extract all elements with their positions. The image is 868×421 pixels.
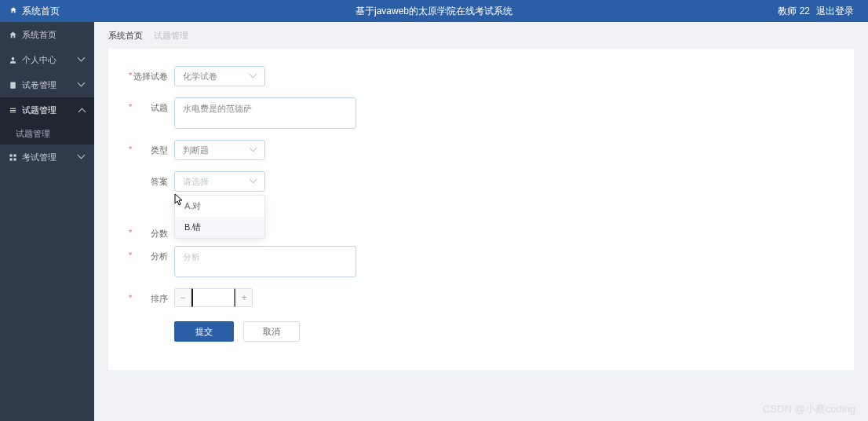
select-value: 判断题 xyxy=(183,145,209,156)
chevron-down-icon xyxy=(78,82,85,88)
sidebar-item-label: 试题管理 xyxy=(16,128,50,140)
header-home[interactable]: 系统首页 xyxy=(0,5,60,18)
header-bar: 系统首页 基于javaweb的太原学院在线考试系统 教师 22 退出登录 xyxy=(0,0,868,22)
breadcrumb-home[interactable]: 系统首页 xyxy=(108,30,143,42)
svg-rect-7 xyxy=(9,158,12,160)
breadcrumb-current: 试题管理 xyxy=(154,30,188,42)
chevron-down-icon xyxy=(78,57,85,63)
svg-rect-2 xyxy=(9,108,15,108)
chevron-up-icon xyxy=(78,107,85,113)
sidebar-item-exam[interactable]: 考试管理 xyxy=(0,145,94,170)
svg-rect-6 xyxy=(13,154,16,156)
sidebar-item-question[interactable]: 试题管理 xyxy=(0,97,94,123)
label-type: 类型 xyxy=(130,140,174,156)
stepper-increase[interactable]: + xyxy=(235,288,253,307)
dropdown-option-b[interactable]: B.错 xyxy=(175,217,264,238)
logout-link[interactable]: 退出登录 xyxy=(816,5,854,18)
svg-rect-1 xyxy=(10,82,15,88)
label-question: 试题 xyxy=(130,97,174,114)
analysis-input[interactable] xyxy=(174,246,356,277)
question-icon xyxy=(8,106,17,115)
sidebar: 系统首页 个人中心 试卷管理 试题管理 试题管理 考试管理 xyxy=(0,22,94,421)
paper-icon xyxy=(8,81,17,90)
watermark: CSDN @小蔡coding xyxy=(763,402,855,416)
sidebar-item-home[interactable]: 系统首页 xyxy=(0,22,94,47)
grid-icon xyxy=(8,153,17,162)
select-value: 化学试卷 xyxy=(183,71,217,82)
user-icon xyxy=(8,56,17,64)
label-score: 分数 xyxy=(130,223,174,240)
home-icon xyxy=(9,5,17,16)
sidebar-item-profile[interactable]: 个人中心 xyxy=(0,47,94,72)
select-placeholder: 请选择 xyxy=(183,176,209,188)
label-answer: 答案 xyxy=(130,171,174,188)
sidebar-item-label: 个人中心 xyxy=(22,54,78,66)
cancel-button[interactable]: 取消 xyxy=(243,321,300,342)
app-title: 基于javaweb的太原学院在线考试系统 xyxy=(356,5,512,18)
label-sort: 排序 xyxy=(130,288,174,305)
select-type[interactable]: 判断题 xyxy=(174,140,265,160)
sidebar-item-label: 试题管理 xyxy=(22,104,78,116)
question-input[interactable] xyxy=(174,97,356,129)
dropdown-option-a[interactable]: A.对 xyxy=(175,196,264,217)
chevron-down-icon xyxy=(250,178,257,185)
sidebar-subitem-question[interactable]: 试题管理 xyxy=(0,123,94,145)
sidebar-item-label: 系统首页 xyxy=(22,29,85,41)
answer-dropdown: A.对 B.错 xyxy=(174,195,265,239)
breadcrumb: 系统首页 试题管理 xyxy=(94,22,868,49)
svg-rect-3 xyxy=(9,110,15,111)
svg-rect-4 xyxy=(9,112,15,112)
main-content: 系统首页 试题管理 选择试卷 化学试卷 试题 类型 判断题 答案 请选择 xyxy=(94,22,868,421)
svg-point-0 xyxy=(11,57,14,60)
svg-rect-8 xyxy=(13,158,16,160)
header-home-label: 系统首页 xyxy=(22,5,60,18)
stepper-input[interactable] xyxy=(191,288,235,307)
select-answer[interactable]: 请选择 xyxy=(174,171,265,192)
sidebar-item-paper[interactable]: 试卷管理 xyxy=(0,72,94,97)
select-paper[interactable]: 化学试卷 xyxy=(174,66,265,86)
sidebar-item-label: 考试管理 xyxy=(22,152,78,163)
label-analysis: 分析 xyxy=(130,246,174,262)
sort-stepper: − + xyxy=(174,288,253,307)
svg-rect-5 xyxy=(9,154,12,156)
home-icon xyxy=(8,31,17,39)
form-panel: 选择试卷 化学试卷 试题 类型 判断题 答案 请选择 A.对 xyxy=(108,49,854,370)
stepper-decrease[interactable]: − xyxy=(174,288,191,307)
label-select-paper: 选择试卷 xyxy=(130,66,174,82)
chevron-down-icon xyxy=(250,73,257,79)
user-label[interactable]: 教师 22 xyxy=(778,5,810,18)
sidebar-item-label: 试卷管理 xyxy=(22,79,78,91)
chevron-down-icon xyxy=(250,147,257,153)
submit-button[interactable]: 提交 xyxy=(174,321,234,342)
chevron-down-icon xyxy=(78,154,85,160)
